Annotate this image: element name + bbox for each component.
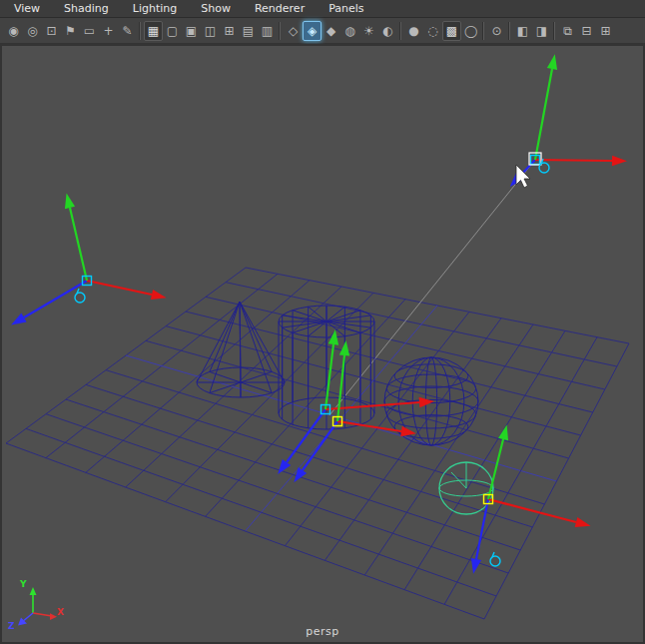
menu-shading[interactable]: Shading <box>52 0 121 17</box>
menu-panels[interactable]: Panels <box>317 0 375 17</box>
depth-of-field-icon[interactable]: ◯ <box>461 21 480 41</box>
panel-layout-four-pane-icon[interactable]: ⊞ <box>596 21 615 41</box>
exposure-toggle-icon[interactable]: ◨ <box>532 21 551 41</box>
field-chart-icon[interactable]: ⊞ <box>220 21 239 41</box>
shadows-toggle-icon[interactable]: ◐ <box>378 21 397 41</box>
grease-pencil-icon[interactable]: ✎ <box>118 21 137 41</box>
safe-title-icon[interactable]: ▥ <box>258 21 277 41</box>
camera-name-label: persp <box>0 625 645 638</box>
toolbar-divider <box>509 22 510 40</box>
viewport-toolbar: ◉◎⊡⚑▭+✎▦▢▣◫⊞▤▥◇◈◆◍☀◐●◌▩◯⊙◧◨⧉⊟⊞ <box>0 18 645 44</box>
film-gate-icon[interactable]: ▢ <box>163 21 182 41</box>
cone-wireframe[interactable] <box>197 302 285 397</box>
select-camera-icon[interactable]: ◉ <box>4 21 23 41</box>
image-plane-icon[interactable]: ▭ <box>80 21 99 41</box>
menu-renderer[interactable]: Renderer <box>243 0 317 17</box>
move-manipulator-center[interactable] <box>278 329 434 474</box>
x-ray-display-icon[interactable]: ◧ <box>513 21 532 41</box>
scene-canvas[interactable] <box>0 44 645 644</box>
toolbar-divider <box>140 22 141 40</box>
menu-view[interactable]: View <box>2 0 52 17</box>
move-manipulator-bottom-right[interactable] <box>471 424 591 573</box>
motion-blur-icon[interactable]: ◌ <box>423 21 442 41</box>
grid-toggle-icon[interactable]: ▦ <box>144 21 163 41</box>
axis-y-label: Y <box>20 579 27 589</box>
bookmark-icon[interactable]: ⚑ <box>61 21 80 41</box>
menu-lighting[interactable]: Lighting <box>121 0 189 17</box>
panel-layout-two-pane-icon[interactable]: ⊟ <box>577 21 596 41</box>
safe-action-icon[interactable]: ▤ <box>239 21 258 41</box>
lighting-all-icon[interactable]: ☀ <box>359 21 378 41</box>
panel-menubar: ViewShadingLightingShowRendererPanels <box>0 0 645 18</box>
multisample-aa-icon[interactable]: ▩ <box>442 21 461 41</box>
wireframe-display-icon[interactable]: ◇ <box>284 21 303 41</box>
toolbar-divider <box>483 22 484 40</box>
textured-display-icon[interactable]: ◆ <box>322 21 340 41</box>
camera-attributes-icon[interactable]: ⊡ <box>42 21 61 41</box>
axis-x-label: X <box>57 607 64 617</box>
move-manipulator-top-right[interactable] <box>510 54 627 187</box>
resolution-gate-icon[interactable]: ▣ <box>182 21 201 41</box>
view-axis-indicator <box>18 587 57 626</box>
use-default-material-icon[interactable]: ◍ <box>340 21 359 41</box>
cylinder-wireframe[interactable] <box>279 306 374 429</box>
maya-viewport-panel: ViewShadingLightingShowRendererPanels ◉◎… <box>0 0 645 644</box>
twod-pan-zoom-icon[interactable]: + <box>99 21 118 41</box>
toolbar-divider <box>280 22 281 40</box>
panel-layout-single-icon[interactable]: ⧉ <box>558 21 577 41</box>
move-manipulator-left[interactable] <box>11 193 167 324</box>
shaded-display-icon[interactable]: ◈ <box>303 21 322 41</box>
isolate-select-icon[interactable]: ⊙ <box>487 21 506 41</box>
toolbar-divider <box>554 22 555 40</box>
menu-show[interactable]: Show <box>189 0 243 17</box>
viewport-3d[interactable]: Y X Z persp <box>0 44 645 644</box>
lock-camera-icon[interactable]: ◎ <box>23 21 42 41</box>
screen-space-ao-icon[interactable]: ● <box>404 21 423 41</box>
toolbar-divider <box>400 22 401 40</box>
gate-mask-icon[interactable]: ◫ <box>201 21 220 41</box>
